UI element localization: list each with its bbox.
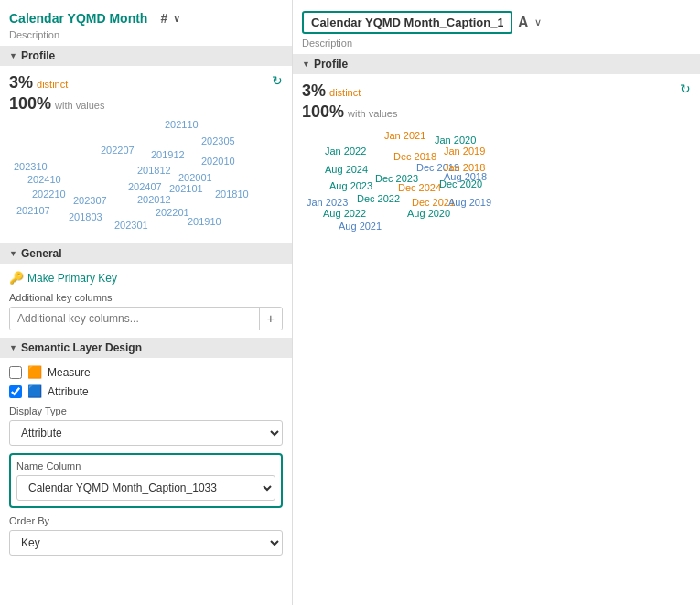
semantic-section-header[interactable]: ▼ Semantic Layer Design: [0, 338, 292, 358]
semantic-content: 🟧 Measure 🟦 Attribute Display Type Attri…: [0, 358, 292, 570]
left-values-label: with values: [55, 100, 104, 111]
attribute-checkbox-row: 🟦 Attribute: [9, 384, 283, 398]
collapse-triangle-icon: ▼: [302, 59, 310, 69]
make-primary-key-link[interactable]: 🔑 Make Primary Key: [9, 271, 283, 285]
right-values-number: 100%: [302, 103, 344, 122]
word-cloud-item: Aug 2023: [329, 180, 372, 191]
order-by-select[interactable]: Key Name Value: [9, 530, 283, 556]
left-description-label: Description: [0, 27, 292, 46]
additional-key-field-label: Additional key columns: [9, 292, 283, 303]
order-by-select-row: Key Name Value: [9, 530, 283, 556]
left-values-stat: 100% with values: [9, 94, 283, 113]
measure-checkbox[interactable]: [9, 366, 22, 379]
word-cloud-item: Aug 2020: [407, 208, 450, 219]
display-type-label: Display Type: [9, 405, 283, 416]
left-refresh-icon[interactable]: ↻: [272, 73, 283, 88]
word-cloud-item: Aug 2018: [444, 171, 487, 182]
word-cloud-item: Aug 2019: [448, 197, 491, 208]
left-distinct-number: 3%: [9, 73, 33, 92]
word-cloud-item: 201803: [69, 211, 102, 222]
word-cloud-item: Jan 2023: [307, 197, 348, 208]
right-description-label: Description: [293, 36, 700, 54]
right-values-stat: 100% with values: [302, 103, 691, 122]
attribute-checkbox[interactable]: [9, 385, 22, 398]
word-cloud-item: 202407: [128, 181, 162, 192]
word-cloud-item: 202410: [27, 174, 61, 185]
right-title-row: A ∨: [293, 7, 700, 36]
word-cloud-item: 202010: [201, 156, 235, 167]
attribute-table-icon: 🟦: [27, 384, 42, 398]
chevron-down-icon: ∨: [173, 13, 180, 25]
word-cloud-item: Jan 2022: [325, 146, 366, 157]
word-cloud-item: Aug 2024: [325, 164, 368, 175]
measure-checkbox-row: 🟧 Measure: [9, 365, 283, 379]
word-cloud-item: 202301: [114, 220, 148, 231]
right-profile-content: ↻ 3% distinct 100% with values Jan 2021J…: [293, 74, 700, 252]
left-word-cloud: 2021102023052022072019122020102023102018…: [9, 117, 283, 236]
left-distinct-label: distinct: [37, 79, 68, 90]
right-title-input[interactable]: [302, 11, 512, 34]
measure-label[interactable]: Measure: [48, 366, 91, 379]
word-cloud-item: Aug 2021: [339, 221, 382, 232]
collapse-triangle-icon: ▼: [9, 249, 17, 258]
word-cloud-item: 202310: [14, 161, 48, 172]
word-cloud-item: 202101: [169, 183, 203, 194]
left-profile-section-header[interactable]: ▼ Profile: [0, 46, 292, 66]
key-icon: 🔑: [9, 271, 24, 285]
left-panel: Calendar YQMD Month # ∨ Description ▼ Pr…: [0, 0, 293, 605]
word-cloud-item: Jan 2021: [384, 130, 425, 141]
right-profile-label: Profile: [314, 58, 348, 70]
word-cloud-item: 202210: [32, 189, 66, 200]
primary-key-label: Make Primary Key: [27, 272, 117, 285]
left-panel-title-row: Calendar YQMD Month # ∨: [0, 7, 292, 27]
word-cloud-item: 202305: [201, 135, 235, 146]
word-cloud-item: 202307: [73, 195, 107, 206]
hash-icon: #: [160, 11, 167, 26]
left-general-content: 🔑 Make Primary Key Additional key column…: [0, 264, 292, 338]
chevron-down-icon: ∨: [534, 16, 542, 28]
left-profile-label: Profile: [21, 49, 55, 62]
additional-key-input-row: +: [9, 307, 283, 330]
right-distinct-number: 3%: [302, 81, 326, 101]
word-cloud-item: 201910: [188, 216, 221, 227]
left-values-number: 100%: [9, 94, 51, 113]
name-column-label: Name Column: [16, 460, 275, 471]
a-icon: A: [518, 15, 529, 31]
left-profile-content: ↻ 3% distinct 100% with values 202110202…: [0, 66, 292, 243]
word-cloud-item: Jan 2020: [435, 135, 476, 146]
right-values-label: with values: [348, 108, 397, 119]
add-key-button[interactable]: +: [259, 308, 282, 330]
word-cloud-item: 202001: [178, 172, 212, 183]
word-cloud-item: 202201: [156, 207, 189, 218]
word-cloud-item: Dec 2018: [393, 151, 436, 162]
right-refresh-icon[interactable]: ↻: [680, 81, 691, 96]
left-panel-title: Calendar YQMD Month: [9, 11, 147, 26]
right-distinct-stat: 3% distinct: [302, 81, 691, 101]
left-general-label: General: [21, 247, 62, 260]
semantic-label: Semantic Layer Design: [21, 341, 142, 354]
name-column-box: Name Column Calendar YQMD Month_Caption_…: [9, 453, 283, 508]
word-cloud-item: Dec 2024: [398, 182, 441, 193]
word-cloud-item: 201912: [151, 149, 185, 160]
name-column-select[interactable]: Calendar YQMD Month_Caption_1033 Calenda…: [16, 475, 275, 501]
word-cloud-item: 202012: [137, 194, 171, 205]
collapse-triangle-icon: ▼: [9, 51, 17, 60]
word-cloud-item: 201812: [137, 165, 171, 176]
attribute-label[interactable]: Attribute: [48, 385, 89, 398]
word-cloud-item: 201810: [215, 189, 249, 200]
word-cloud-item: 202207: [101, 145, 135, 156]
word-cloud-item: Dec 2022: [357, 193, 400, 204]
left-distinct-stat: 3% distinct: [9, 73, 283, 92]
left-general-section-header[interactable]: ▼ General: [0, 243, 292, 264]
right-panel: A ∨ Description ▼ Profile ↻ 3% distinct …: [293, 0, 700, 605]
order-by-label: Order By: [9, 515, 283, 526]
word-cloud-item: Jan 2019: [444, 146, 485, 157]
display-type-select-row: Attribute Measure Dimension: [9, 420, 283, 446]
additional-key-input[interactable]: [10, 308, 259, 330]
word-cloud-item: Aug 2022: [323, 208, 366, 219]
right-distinct-label: distinct: [329, 87, 361, 98]
collapse-triangle-icon: ▼: [9, 343, 17, 352]
right-profile-section-header[interactable]: ▼ Profile: [293, 54, 700, 74]
measure-table-icon: 🟧: [27, 365, 42, 379]
display-type-select[interactable]: Attribute Measure Dimension: [9, 420, 283, 446]
